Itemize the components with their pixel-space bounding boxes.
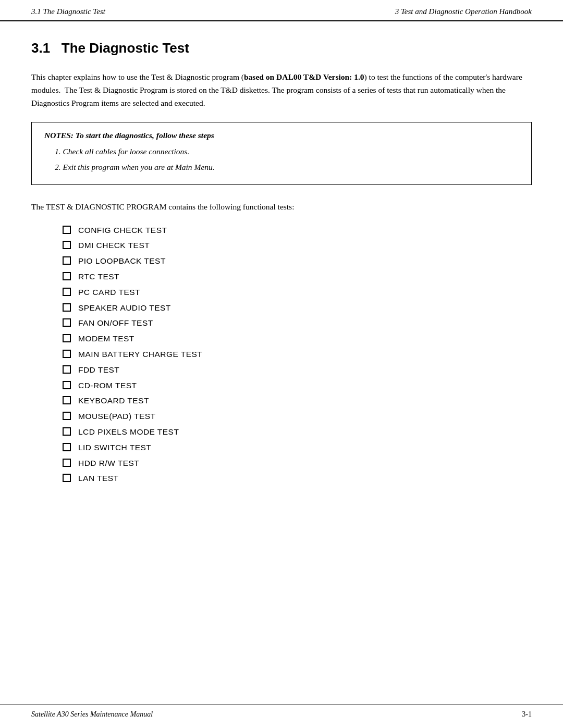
page-content: 3.1 The Diagnostic Test This chapter exp… (0, 21, 563, 705)
notes-title: NOTES: To start the diagnostics, follow … (44, 131, 519, 140)
checkbox-icon (63, 226, 71, 234)
test-item-label: CD-ROM TEST (78, 379, 137, 392)
list-item: HDD R/W TEST (63, 457, 532, 470)
footer-left: Satellite A30 Series Maintenance Manual (31, 710, 153, 719)
checkbox-icon (63, 443, 71, 451)
list-item: FAN ON/OFF TEST (63, 317, 532, 330)
section-title: 3.1 The Diagnostic Test (31, 40, 532, 56)
list-item: FDD TEST (63, 364, 532, 377)
list-item: MAIN BATTERY CHARGE TEST (63, 348, 532, 361)
test-item-label: HDD R/W TEST (78, 457, 139, 470)
functional-intro: The TEST & DIAGNOSTIC PROGRAM contains t… (31, 201, 532, 214)
checkbox-icon (63, 459, 71, 467)
notes-box: NOTES: To start the diagnostics, follow … (31, 122, 532, 185)
checkbox-icon (63, 350, 71, 358)
checkbox-icon (63, 334, 71, 342)
header-right: 3 Test and Diagnostic Operation Handbook (395, 7, 532, 16)
checkbox-icon (63, 272, 71, 280)
checkbox-icon (63, 427, 71, 436)
test-item-label: PIO LOOPBACK TEST (78, 255, 166, 268)
test-item-label: KEYBOARD TEST (78, 394, 149, 408)
checkbox-icon (63, 365, 71, 374)
checkbox-icon (63, 412, 71, 420)
test-item-label: MAIN BATTERY CHARGE TEST (78, 348, 202, 361)
list-item: MODEM TEST (63, 332, 532, 346)
checkbox-icon (63, 303, 71, 312)
intro-paragraph: This chapter explains how to use the Tes… (31, 71, 532, 109)
test-item-label: LAN TEST (78, 472, 119, 485)
list-item: LCD PIXELS MODE TEST (63, 426, 532, 439)
page: 3.1 The Diagnostic Test 3 Test and Diagn… (0, 0, 563, 728)
list-item: PC CARD TEST (63, 286, 532, 299)
page-header: 3.1 The Diagnostic Test 3 Test and Diagn… (0, 0, 563, 21)
list-item: DMI CHECK TEST (63, 239, 532, 252)
list-item: CD-ROM TEST (63, 379, 532, 392)
checkbox-icon (63, 381, 71, 389)
test-item-label: FDD TEST (78, 364, 119, 377)
test-item-label: RTC TEST (78, 270, 119, 283)
test-item-label: MOUSE(PAD) TEST (78, 410, 156, 423)
test-item-label: FAN ON/OFF TEST (78, 317, 153, 330)
list-item: CONFIG CHECK TEST (63, 224, 532, 237)
notes-item-1: 1. Check all cables for loose connection… (55, 145, 519, 157)
notes-item-2: 2. Exit this program when you are at Mai… (55, 161, 519, 173)
list-item: LAN TEST (63, 472, 532, 485)
checkbox-icon (63, 396, 71, 404)
list-item: SPEAKER AUDIO TEST (63, 302, 532, 315)
test-item-label: SPEAKER AUDIO TEST (78, 302, 171, 315)
checkbox-icon (63, 241, 71, 249)
test-item-label: LCD PIXELS MODE TEST (78, 426, 179, 439)
test-item-label: CONFIG CHECK TEST (78, 224, 167, 237)
checkbox-icon (63, 256, 71, 265)
checkbox-icon (63, 318, 71, 327)
list-item: RTC TEST (63, 270, 532, 283)
page-footer: Satellite A30 Series Maintenance Manual … (0, 705, 563, 728)
test-list: CONFIG CHECK TESTDMI CHECK TESTPIO LOOPB… (63, 224, 532, 486)
test-item-label: MODEM TEST (78, 332, 134, 346)
header-left: 3.1 The Diagnostic Test (31, 7, 105, 16)
list-item: PIO LOOPBACK TEST (63, 255, 532, 268)
footer-right: 3-1 (522, 710, 532, 719)
test-item-label: LID SWITCH TEST (78, 441, 151, 454)
test-item-label: DMI CHECK TEST (78, 239, 150, 252)
list-item: KEYBOARD TEST (63, 394, 532, 408)
checkbox-icon (63, 474, 71, 482)
list-item: MOUSE(PAD) TEST (63, 410, 532, 423)
checkbox-icon (63, 288, 71, 296)
list-item: LID SWITCH TEST (63, 441, 532, 454)
test-item-label: PC CARD TEST (78, 286, 140, 299)
